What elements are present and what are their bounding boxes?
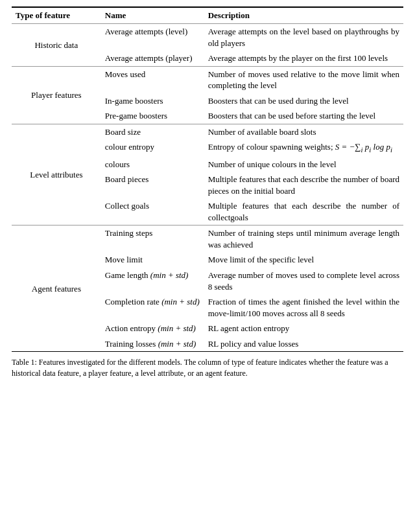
- feature-desc-0-1: Average attempts by the player on the fi…: [204, 51, 403, 66]
- feature-name-3-5: Training losses (min + std): [101, 336, 204, 352]
- feature-desc-1-1: Boosters that can be used during the lev…: [204, 93, 403, 109]
- header-type: Type of feature: [12, 7, 101, 24]
- feature-name-1-2: Pre-game boosters: [101, 108, 204, 124]
- feature-desc-3-3: Fraction of times the agent finished the…: [204, 294, 403, 321]
- feature-desc-1-2: Boosters that can be used before startin…: [204, 108, 403, 124]
- section-type-1: Player features: [12, 66, 101, 124]
- feature-desc-2-3: Multiple features that each describe the…: [204, 172, 403, 198]
- feature-name-2-1: colour entropy: [101, 139, 204, 156]
- feature-name-1-0: Moves used: [101, 66, 204, 93]
- feature-desc-2-0: Number of available board slots: [204, 124, 403, 139]
- feature-desc-3-1: Move limit of the specific level: [204, 252, 403, 268]
- feature-name-1-1: In-game boosters: [101, 93, 204, 109]
- table-caption: Table 1: Features investigated for the d…: [12, 357, 403, 379]
- section-type-0: Historic data: [12, 24, 101, 67]
- feature-desc-2-1: Entropy of colour spawning weights; S = …: [204, 139, 403, 156]
- feature-desc-0-0: Average attempts on the level based on p…: [204, 24, 403, 51]
- feature-desc-3-4: RL agent action entropy: [204, 321, 403, 336]
- feature-desc-3-5: RL policy and value losses: [204, 336, 403, 352]
- feature-name-3-1: Move limit: [101, 252, 204, 268]
- feature-desc-2-4: Multiple features that each describe the…: [204, 198, 403, 226]
- header-name: Name: [101, 7, 204, 24]
- feature-name-3-4: Action entropy (min + std): [101, 321, 204, 336]
- header-description: Description: [204, 7, 403, 24]
- feature-name-3-0: Training steps: [101, 226, 204, 253]
- feature-desc-2-2: Number of unique colours in the level: [204, 157, 403, 172]
- feature-name-2-4: Collect goals: [101, 198, 204, 226]
- feature-desc-3-0: Number of training steps until minimum a…: [204, 226, 403, 253]
- feature-name-2-3: Board pieces: [101, 172, 204, 198]
- section-type-3: Agent features: [12, 226, 101, 352]
- feature-name-2-0: Board size: [101, 124, 204, 139]
- feature-name-3-2: Game length (min + std): [101, 268, 204, 294]
- feature-desc-3-2: Average number of moves used to complete…: [204, 268, 403, 294]
- section-type-2: Level attributes: [12, 124, 101, 225]
- feature-desc-1-0: Number of moves used relative to the mov…: [204, 66, 403, 93]
- feature-name-0-1: Average attempts (player): [101, 51, 204, 66]
- feature-name-3-3: Completion rate (min + std): [101, 294, 204, 321]
- feature-name-0-0: Average attempts (level): [101, 24, 204, 51]
- feature-name-2-2: colours: [101, 157, 204, 172]
